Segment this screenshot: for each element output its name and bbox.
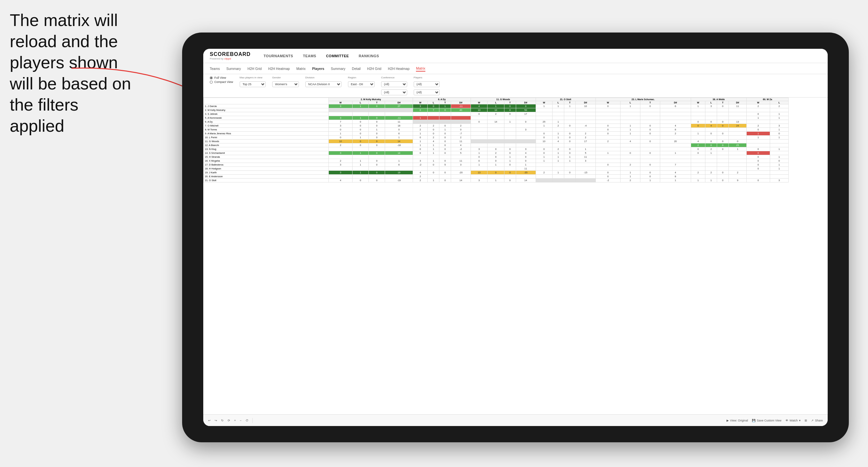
clock-button[interactable]: ⏱ xyxy=(246,419,248,422)
cell: 14 xyxy=(385,139,413,144)
division-select[interactable]: NCAA Division II xyxy=(305,81,341,87)
players-sub-select[interactable]: (All) xyxy=(414,89,440,95)
subnav-detail[interactable]: Detail xyxy=(352,66,361,71)
cell: 1 xyxy=(660,151,691,155)
table-row: 19. J Karth 31019 400-20 1300-35 210-15 … xyxy=(204,171,789,175)
cell: 3 xyxy=(770,124,788,128)
cell: 25 xyxy=(728,144,746,147)
subnav-summary2[interactable]: Summary xyxy=(331,66,345,71)
gender-select[interactable]: Women's xyxy=(272,81,299,87)
watch-button[interactable]: 👁 Watch ▾ xyxy=(785,419,801,422)
matrix-content[interactable]: 2. M Kelly Mulcahy 6. A Dy 11. G Woods 2… xyxy=(203,98,828,380)
table-row: 21. O Stoll 400-19 21014 31014 -2211 110… xyxy=(204,179,789,182)
nav-rankings[interactable]: RANKINGS xyxy=(359,53,379,59)
cell: 7 xyxy=(660,163,691,167)
division-select-wrapper[interactable]: NCAA Division II xyxy=(305,81,341,87)
cell: 0 xyxy=(428,128,439,132)
players-select-wrapper[interactable]: (All) xyxy=(414,81,440,87)
cell xyxy=(488,175,504,179)
gender-select-wrapper[interactable]: Women's xyxy=(272,81,299,87)
cell xyxy=(747,175,770,179)
compact-view-radio[interactable] xyxy=(210,81,213,84)
cell xyxy=(504,167,516,171)
cell: 0 xyxy=(471,112,487,116)
nav-teams[interactable]: TEAMS xyxy=(303,53,316,59)
cell: 0 xyxy=(369,124,385,128)
cell: 0 xyxy=(439,179,451,182)
cell: -11 xyxy=(451,104,471,108)
cell: 1 xyxy=(428,147,439,151)
cell: 0 xyxy=(747,159,770,163)
wlt-dif4: Dif xyxy=(576,101,595,104)
subnav-players[interactable]: Players xyxy=(312,66,324,71)
cell xyxy=(552,108,564,112)
cell: 1 xyxy=(770,116,788,120)
subnav-matrix2[interactable]: Matrix xyxy=(416,66,425,71)
layout-button[interactable]: ⊞ xyxy=(805,419,807,422)
conference-select[interactable]: (All) xyxy=(381,81,407,87)
max-players-select[interactable]: Top 25 xyxy=(240,81,266,87)
cell xyxy=(488,132,504,135)
cell: 1 xyxy=(488,104,504,108)
wlt-t5: T xyxy=(640,101,660,104)
cell: 0 xyxy=(488,155,504,159)
subnav-h2h-grid[interactable]: H2H Grid xyxy=(247,66,262,71)
max-players-select-wrapper[interactable]: Top 25 xyxy=(240,81,266,87)
cell: 0 xyxy=(717,124,729,128)
players-sub-select-wrapper[interactable]: (All) xyxy=(414,89,440,95)
reset-button[interactable]: ⟳ xyxy=(228,419,230,422)
wlt-dif3: Dif xyxy=(516,101,536,104)
subnav-summary[interactable]: Summary xyxy=(226,66,241,71)
region-select-wrapper[interactable]: East - DII xyxy=(348,81,375,87)
zoom-out-button[interactable]: − xyxy=(240,419,241,422)
cell xyxy=(660,155,691,159)
table-row: 5. A Nomrowski 310-11 1 11 xyxy=(204,116,789,120)
cell: 1 xyxy=(705,179,717,182)
table-row: 2. M Kelly Mulcahy 07040 1010050 xyxy=(204,108,789,112)
cell xyxy=(385,167,413,171)
cell xyxy=(691,167,705,171)
nav-tournaments[interactable]: TOURNAMENTS xyxy=(264,53,293,59)
subnav-h2h-heatmap[interactable]: H2H Heatmap xyxy=(268,66,290,71)
subnav-h2h-heatmap2[interactable]: H2H Heatmap xyxy=(388,66,410,71)
save-custom-button[interactable]: 💾 Save Custom View xyxy=(752,419,781,422)
conference-sub-select-wrapper[interactable]: (All) xyxy=(381,89,407,95)
cell: 2 xyxy=(488,112,504,116)
wlt-l4: L xyxy=(552,101,564,104)
region-select[interactable]: East - DII xyxy=(348,81,375,87)
cell xyxy=(728,132,746,135)
undo-button[interactable]: ↩ xyxy=(208,419,211,422)
nav-committee[interactable]: COMMITTEE xyxy=(326,53,349,59)
cell xyxy=(488,144,504,147)
cell xyxy=(717,116,729,120)
cell: 0 xyxy=(504,104,516,108)
subnav-h2h-grid2[interactable]: H2H Grid xyxy=(367,66,381,71)
refresh-button[interactable]: ↻ xyxy=(221,419,224,422)
full-view-option[interactable]: Full View xyxy=(210,76,233,80)
zoom-in-button[interactable]: + xyxy=(234,419,236,422)
cell: 2 xyxy=(413,128,428,132)
player-name: 6. A Dy xyxy=(204,120,329,124)
full-view-radio[interactable] xyxy=(210,76,213,80)
conference-sub-select[interactable]: (All) xyxy=(381,89,407,95)
player-name: 21. O Stoll xyxy=(204,179,329,182)
subnav-matrix[interactable]: Matrix xyxy=(296,66,306,71)
subnav-teams[interactable]: Teams xyxy=(210,66,220,71)
cell xyxy=(451,175,471,179)
view-original-label: View: Original xyxy=(730,419,748,422)
players-select[interactable]: (All) xyxy=(414,81,440,87)
cell: -2 xyxy=(413,163,428,167)
cell: 1 xyxy=(770,163,788,167)
wlt-t2: T xyxy=(439,101,451,104)
redo-button[interactable]: ↪ xyxy=(215,419,217,422)
wlt-t6: T xyxy=(717,101,729,104)
cell: 0 xyxy=(329,135,352,139)
view-original-button[interactable]: ▶ View: Original xyxy=(726,419,748,422)
cell: 1 xyxy=(413,139,428,144)
share-button[interactable]: ↗ Share xyxy=(811,419,823,422)
cell xyxy=(621,116,640,120)
compact-view-option[interactable]: Compact View xyxy=(210,80,233,84)
cell: 0 xyxy=(428,163,439,167)
cell: 3 xyxy=(471,147,487,151)
conference-select-wrapper[interactable]: (All) xyxy=(381,81,407,87)
